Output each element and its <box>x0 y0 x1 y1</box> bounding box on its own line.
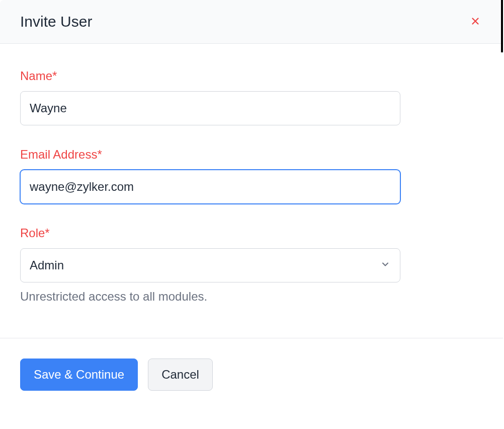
form-group-role: Role* Admin Unrestricted access to all m… <box>20 226 483 304</box>
modal-footer: Save & Continue Cancel <box>0 338 503 411</box>
save-continue-button[interactable]: Save & Continue <box>20 359 138 391</box>
name-input[interactable] <box>20 91 400 125</box>
modal-title: Invite User <box>20 13 92 30</box>
email-label: Email Address* <box>20 148 483 162</box>
role-select[interactable]: Admin <box>20 248 400 282</box>
email-input[interactable] <box>20 170 400 204</box>
role-help-text: Unrestricted access to all modules. <box>20 290 483 304</box>
close-button[interactable] <box>468 14 483 30</box>
name-label: Name* <box>20 69 483 83</box>
right-edge-decoration <box>501 0 503 52</box>
invite-user-modal: Invite User Name* Email Address* Role* A… <box>0 0 503 411</box>
form-group-name: Name* <box>20 69 483 125</box>
role-select-wrap: Admin <box>20 248 400 282</box>
modal-header: Invite User <box>0 0 503 44</box>
role-label: Role* <box>20 226 483 240</box>
modal-body: Name* Email Address* Role* Admin Unrestr… <box>0 44 503 338</box>
close-icon <box>470 16 481 28</box>
cancel-button[interactable]: Cancel <box>148 359 213 391</box>
form-group-email: Email Address* <box>20 148 483 204</box>
